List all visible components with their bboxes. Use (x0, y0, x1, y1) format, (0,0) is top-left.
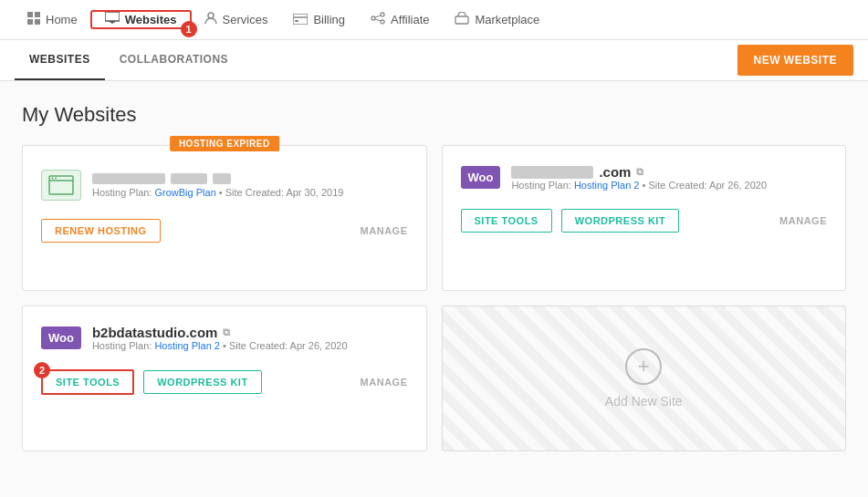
card3-meta: Hosting Plan: Hosting Plan 2 • Site Crea… (92, 340, 408, 351)
new-website-button[interactable]: NEW WEBSITE (737, 45, 854, 76)
browser-icon (41, 170, 81, 201)
nav-services-label: Services (223, 13, 268, 26)
card2-name: .com ⧉ (511, 164, 827, 180)
site-tools-button-3[interactable]: SITE TOOLS (41, 369, 134, 395)
svg-line-14 (375, 16, 381, 17)
websites-badge: 1 (181, 21, 197, 37)
renew-hosting-button[interactable]: RENEW HOSTING (41, 219, 161, 243)
svg-line-15 (375, 19, 381, 21)
blur-block-2 (171, 173, 207, 184)
nav-billing[interactable]: Billing (280, 0, 358, 39)
nav-websites[interactable]: Websites (90, 10, 192, 29)
svg-point-13 (381, 20, 384, 24)
card1-manage[interactable]: MANAGE (361, 225, 408, 236)
card1-header: Hosting Plan: GrowBig Plan • Site Create… (41, 170, 408, 201)
add-new-label: Add New Site (605, 394, 683, 409)
woo-logo-2: Woo (461, 166, 501, 189)
card2-hosting-label: Hosting Plan: (511, 180, 570, 191)
card3-title-block: b2bdatastudio.com ⧉ Hosting Plan: Hostin… (92, 325, 408, 351)
tab-websites[interactable]: WEBSITES (15, 40, 105, 80)
svg-rect-1 (35, 12, 40, 17)
svg-rect-2 (27, 19, 33, 25)
top-nav: Home Websites 1 Services (0, 0, 868, 40)
card1-created: Site Created: Apr 30, 2019 (225, 187, 344, 198)
card1-hosting-label: Hosting Plan: (92, 187, 152, 198)
add-new-site-card[interactable]: + Add New Site (442, 305, 847, 451)
card1-name-blurred (92, 173, 408, 184)
card3-manage[interactable]: MANAGE (361, 377, 408, 388)
nav-marketplace-label: Marketplace (475, 13, 539, 26)
nav-affiliate[interactable]: Affiliate (358, 0, 442, 39)
grid-icon (27, 12, 40, 27)
card3-hosting-label: Hosting Plan: (92, 340, 152, 351)
card2-created: Site Created: Apr 26, 2020 (648, 180, 767, 191)
card2-header: Woo .com ⧉ Hosting Plan: Hosting Plan 2 … (461, 164, 828, 191)
woo-logo-3: Woo (41, 326, 81, 349)
card1-bullet: • (219, 187, 225, 198)
card2-footer: SITE TOOLS WORDPRESS KIT MANAGE (461, 209, 828, 233)
affiliate-icon (371, 12, 385, 27)
svg-rect-0 (27, 12, 33, 17)
marketplace-icon (455, 12, 469, 27)
blur-block-1 (92, 173, 165, 184)
nav-affiliate-label: Affiliate (391, 13, 429, 26)
svg-point-20 (55, 178, 57, 180)
card3-hosting-link[interactable]: Hosting Plan 2 (154, 340, 220, 351)
site-tools-button-2[interactable]: SITE TOOLS (461, 209, 552, 233)
card1-footer: RENEW HOSTING MANAGE (41, 219, 408, 243)
blur-block-4 (511, 166, 593, 179)
page-title: My Websites (22, 103, 846, 127)
card2-title-block: .com ⧉ Hosting Plan: Hosting Plan 2 • Si… (511, 164, 827, 191)
nav-billing-label: Billing (313, 13, 345, 26)
services-icon (204, 12, 217, 27)
card2-meta: Hosting Plan: Hosting Plan 2 • Site Crea… (511, 180, 827, 191)
svg-rect-8 (293, 14, 308, 25)
hosting-expired-badge: HOSTING EXPIRED (170, 136, 279, 151)
wordpress-kit-button-2[interactable]: WORDPRESS KIT (561, 209, 679, 233)
svg-point-11 (371, 16, 375, 20)
card1-title-block: Hosting Plan: GrowBig Plan • Site Create… (92, 173, 408, 198)
card3-footer: 2 SITE TOOLS WORDPRESS KIT MANAGE (41, 369, 408, 395)
websites-grid: HOSTING EXPIRED (22, 145, 846, 451)
svg-rect-10 (295, 20, 298, 22)
card1-hosting-link[interactable]: GrowBig Plan (155, 187, 216, 198)
site-card-3: Woo b2bdatastudio.com ⧉ Hosting Plan: Ho… (22, 305, 427, 451)
site-card-1: HOSTING EXPIRED (22, 145, 427, 291)
card2-manage[interactable]: MANAGE (779, 215, 827, 226)
card3-header: Woo b2bdatastudio.com ⧉ Hosting Plan: Ho… (41, 325, 408, 351)
card1-meta: Hosting Plan: GrowBig Plan • Site Create… (92, 187, 408, 198)
nav-marketplace[interactable]: Marketplace (442, 0, 552, 39)
card2-hosting-link[interactable]: Hosting Plan 2 (574, 180, 640, 191)
tab-collaborations[interactable]: COLLABORATIONS (105, 40, 243, 80)
svg-point-7 (208, 13, 214, 18)
sub-tabs: WEBSITES COLLABORATIONS NEW WEBSITE (0, 40, 868, 81)
card3-bullet: • (223, 340, 229, 351)
external-link-icon-2[interactable]: ⧉ (636, 166, 643, 178)
monitor-icon (105, 12, 120, 27)
card3-created: Site Created: Apr 26, 2020 (229, 340, 348, 351)
billing-icon (293, 13, 308, 27)
nav-services[interactable]: Services (192, 0, 281, 39)
external-link-icon-3[interactable]: ⧉ (223, 326, 230, 338)
card3-domain: b2bdatastudio.com (92, 325, 218, 340)
card2-domain-suffix: .com (599, 164, 631, 180)
sub-tabs-left: WEBSITES COLLABORATIONS (15, 40, 243, 80)
main-content: My Websites HOSTING EXPIRED (0, 81, 868, 497)
add-new-circle: + (625, 348, 662, 385)
nav-home-label: Home (46, 13, 78, 26)
svg-point-12 (381, 13, 384, 16)
site-card-2: Woo .com ⧉ Hosting Plan: Hosting Plan 2 … (442, 145, 847, 291)
svg-point-19 (52, 178, 54, 180)
card3-name: b2bdatastudio.com ⧉ (92, 325, 408, 340)
nav-home[interactable]: Home (15, 0, 90, 39)
nav-websites-label: Websites (125, 13, 177, 26)
wordpress-kit-button-3[interactable]: WORDPRESS KIT (143, 370, 261, 394)
svg-rect-4 (105, 12, 120, 21)
svg-rect-3 (35, 19, 40, 25)
blur-block-3 (213, 173, 231, 184)
svg-rect-16 (455, 16, 468, 24)
step-badge-2: 2 (34, 362, 50, 378)
